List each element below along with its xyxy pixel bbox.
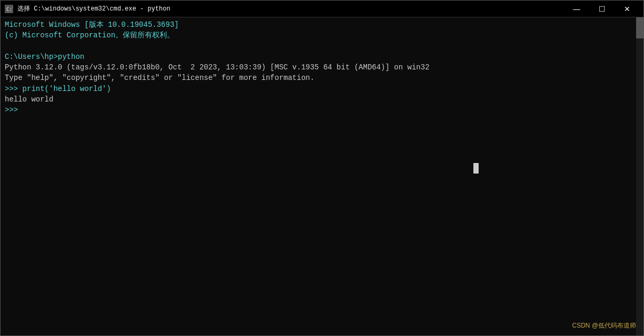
console-line: Type "help", "copyright", "credits" or "… [5,73,639,83]
console-line [5,41,639,52]
console-line: (c) Microsoft Corporation。保留所有权利。 [5,30,639,40]
console-output: Microsoft Windows [版本 10.0.19045.3693] (… [5,19,639,116]
console-line: Python 3.12.0 (tags/v3.12.0:0fb18b0, Oct… [5,62,639,73]
title-bar: C:\ 选择 C:\windows\system32\cmd.exe - pyt… [1,1,643,17]
console-line: >>> print('hello world') [5,84,639,94]
svg-text:C:\: C:\ [6,7,13,12]
cmd-window: C:\ 选择 C:\windows\system32\cmd.exe - pyt… [0,0,644,336]
console-body[interactable]: Microsoft Windows [版本 10.0.19045.3693] (… [1,17,643,335]
watermark: CSDN @低代码布道师 [572,321,636,330]
window-controls: — ☐ ✕ [564,2,639,16]
cursor-blink [473,163,479,174]
maximize-button[interactable]: ☐ [590,2,614,16]
close-button[interactable]: ✕ [615,2,639,16]
console-line: C:\Users\hp>python [5,52,639,62]
minimize-button[interactable]: — [564,2,589,16]
scrollbar[interactable] [636,17,643,335]
console-line: Microsoft Windows [版本 10.0.19045.3693] [5,19,639,30]
window-title: 选择 C:\windows\system32\cmd.exe - python [17,4,564,13]
console-line: hello world [5,94,639,105]
scrollbar-thumb[interactable] [636,17,643,38]
cmd-icon: C:\ [5,5,13,13]
console-line: >>> [5,105,639,115]
